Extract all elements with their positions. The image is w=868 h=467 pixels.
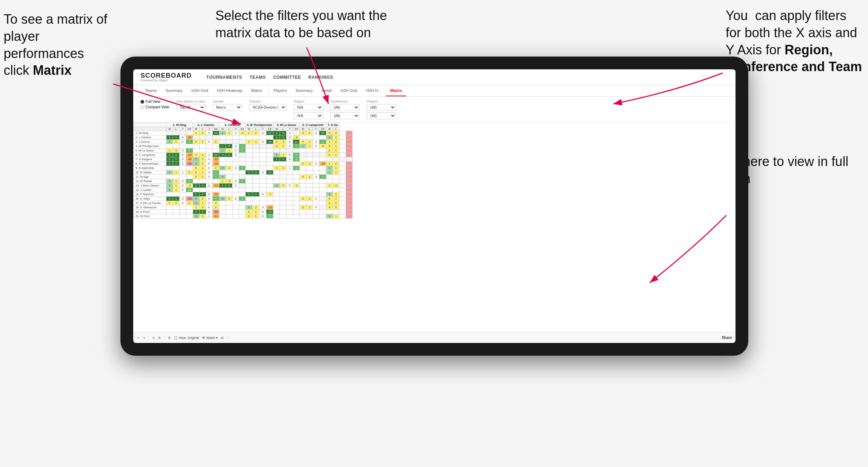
nav-teams[interactable]: TEAMS [250, 73, 266, 81]
player-name-10: 11. M Ege [134, 175, 166, 179]
cell-dif-0-2: -2 [239, 131, 246, 135]
cell-t-8-1: 0 [206, 166, 212, 170]
cell-w-9-1: 0 [193, 170, 199, 175]
cell-t-5-4: 0 [287, 153, 293, 157]
conference-select1[interactable]: (All) [330, 104, 360, 111]
cell-l-0-5: 1 [306, 131, 313, 135]
cell-diag-5-5-2 [313, 153, 319, 157]
filter-conference: Conference (All) (All) [330, 100, 360, 119]
division-select[interactable]: NCAA Division I [249, 104, 287, 111]
toolbar-icon2[interactable]: ⋯ [227, 336, 230, 340]
matrix-container[interactable]: 1. W Ding 2. L Clanton 3. J Koivun 4. M … [133, 123, 736, 338]
share-button[interactable]: Share [722, 336, 732, 340]
cell-empty-13-3-1 [253, 188, 260, 192]
cell-dif-16-1: 0 [212, 201, 219, 205]
full-view-option[interactable]: Full View [141, 100, 169, 104]
subnav-h2h-grid2[interactable]: H2H Grid [336, 85, 362, 96]
subnav-matrix-active[interactable]: Matrix [386, 85, 406, 96]
compact-view-option[interactable]: Compact View [141, 105, 169, 109]
cell-t-0-4: 0 [287, 131, 293, 135]
toolbar-settings[interactable]: ⚙ [168, 336, 171, 340]
cell-empty-19-5-0 [300, 214, 306, 219]
cell-empty-9-4-2 [287, 170, 293, 175]
cell-empty-11-1-1 [199, 179, 206, 184]
cell-l-8-1: 1 [199, 166, 206, 170]
cell-empty-7-2-1 [226, 162, 233, 166]
cell-empty-4-3-3 [266, 148, 273, 153]
toolbar-zoom-out[interactable]: ⊖ [152, 336, 155, 340]
cell-empty-13-4-2 [287, 188, 293, 192]
cell-l-5-6: 1 [333, 153, 339, 157]
cell-l-0-1: 2 [199, 131, 206, 135]
subnav-h2h-grid[interactable]: H2H Grid [187, 85, 212, 96]
full-view-label: Full View [146, 100, 160, 104]
conference-select2[interactable]: (All) [330, 112, 360, 119]
subnav-h2h-heatmap[interactable]: H2H Heatmap [212, 85, 247, 96]
subnav-summary2[interactable]: Summary [291, 85, 317, 96]
toolbar-redo[interactable]: ↪ [143, 336, 146, 340]
annotation-matrix: To see a matrix of player performances c… [4, 11, 120, 79]
cell-empty-7-3-3 [266, 162, 273, 166]
cell-dif-10-6 [346, 175, 353, 179]
cell-dif-12-2 [239, 184, 246, 188]
cell-empty-6-2-0 [219, 157, 226, 162]
subnav-players[interactable]: Players [269, 85, 291, 96]
cell-empty-1-2-2 [233, 135, 239, 140]
cell-dif-12-0: -3 [186, 184, 193, 188]
cell-t-2-6 [339, 140, 346, 144]
cell-empty-18-5-0 [300, 210, 306, 214]
cell-w-11-2: 1 [219, 179, 226, 184]
cell-empty-7-3-0 [246, 162, 253, 166]
cell-empty-13-1-2 [206, 188, 212, 192]
compact-view-radio[interactable] [141, 105, 144, 109]
cell-l-11-2: 3 [226, 179, 233, 184]
max-players-select[interactable]: Top 25 [176, 104, 206, 111]
cell-empty-19-0-0 [166, 214, 173, 219]
watch-btn[interactable]: 👁 Watch ▾ [202, 336, 218, 340]
cell-empty-1-3-2 [260, 135, 266, 140]
sh-d3: Dif [239, 127, 246, 131]
cell-empty-8-5-2 [313, 166, 319, 170]
sub-nav: Teams Summary H2H Grid H2H Heatmap Matri… [133, 85, 736, 97]
cell-dif-14-1: -19 [212, 192, 219, 197]
cell-empty-7-3-2 [260, 162, 266, 166]
toolbar-undo[interactable]: ↩ [137, 336, 140, 340]
cell-diag-0-0-2 [180, 131, 186, 135]
cell-dif-0-6 [346, 131, 353, 135]
cell-empty-8-0-0 [166, 166, 173, 170]
subnav-teams[interactable]: Teams [141, 85, 161, 96]
player-name-16: 17. S De La Fuente [134, 201, 166, 205]
subnav-summary[interactable]: Summary [161, 85, 187, 96]
players-select1[interactable]: (All) [367, 104, 396, 111]
region-select[interactable]: N/A [294, 104, 323, 111]
cell-empty-15-4-0 [273, 197, 280, 201]
nav-committee[interactable]: COMMITTEE [273, 73, 301, 81]
players-label: Players [367, 100, 396, 103]
cell-empty-18-5-1 [306, 210, 313, 214]
gender-select[interactable]: Men's [213, 104, 242, 111]
cell-diag-0-0-1 [173, 131, 180, 135]
cell-empty-17-4-0 [273, 205, 280, 210]
subnav-h2h-h[interactable]: H2H H... [362, 85, 386, 96]
subnav-matrix[interactable]: Matrix [247, 85, 266, 96]
cell-empty-11-5-2 [313, 179, 319, 184]
full-view-radio[interactable] [141, 100, 144, 104]
subnav-detail[interactable]: Detail [317, 85, 336, 96]
view-original-btn[interactable]: 📋 View: Original [174, 336, 199, 340]
players-select2[interactable]: (All) [367, 112, 396, 119]
cell-empty-12-3-2 [260, 184, 266, 188]
toolbar-icon1[interactable]: ⊞ [221, 336, 224, 340]
nav-tournaments[interactable]: TOURNAMENTS [206, 73, 242, 81]
region-select2[interactable]: N/A [294, 112, 323, 119]
sh-w3: W [219, 127, 226, 131]
cell-dif-0-4 [293, 131, 300, 135]
player-name-1: 2. L Clanton [134, 135, 166, 140]
cell-empty-17-0-3 [186, 205, 193, 210]
filter-division: Division NCAA Division I [249, 100, 287, 111]
toolbar-zoom-in[interactable]: ⊕ [158, 336, 161, 340]
cell-w-0-4: 1 [273, 131, 280, 135]
cell-dif-4-2: 1 [239, 148, 246, 153]
nav-rankings[interactable]: RANKINGS [308, 73, 333, 81]
cell-dif-2-6 [346, 140, 353, 144]
cell-w-14-3: 4 [246, 192, 253, 197]
